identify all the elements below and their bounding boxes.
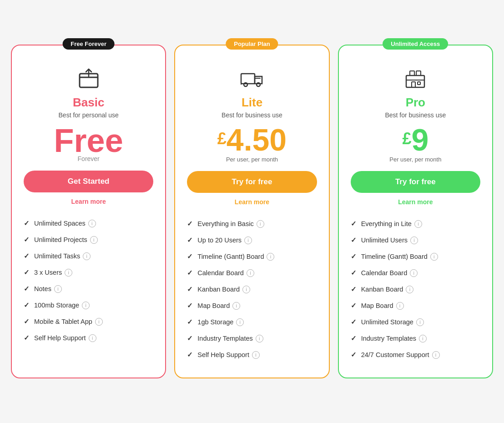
info-icon[interactable]: i [257,220,264,228]
feature-text: Unlimited Spacesi [34,220,153,227]
info-icon[interactable]: i [432,351,440,359]
list-item: ✓Unlimited Projectsi [24,232,153,248]
list-item: ✓1gb Storagei [187,314,317,330]
pro-icon [403,65,428,91]
info-icon[interactable]: i [252,351,260,359]
svg-rect-3 [241,74,255,84]
check-icon: ✓ [187,269,193,277]
list-item: ✓Industry Templatesi [351,330,480,347]
pro-price: £9 [402,124,428,155]
feature-text: Everything in Basici [197,220,317,228]
list-item: ✓Notesi [24,281,153,297]
feature-text: Calendar Boardi [197,269,317,277]
check-icon: ✓ [351,302,357,310]
info-icon[interactable]: i [414,220,422,228]
feature-text: Self Help Supporti [34,334,153,342]
check-icon: ✓ [24,236,30,244]
info-icon[interactable]: i [247,269,254,277]
basic-badge: Free Forever [62,38,115,50]
plan-card-lite: Popular Plan LiteBest for business use£4… [174,45,329,378]
check-icon: ✓ [24,334,30,342]
check-icon: ✓ [187,236,193,244]
lite-features-list: ✓Everything in Basici✓Up to 20 Usersi✓Ti… [187,216,317,363]
info-icon[interactable]: i [410,269,418,277]
list-item: ✓Calendar Boardi [351,265,480,281]
svg-point-4 [244,83,247,86]
list-item: ✓Kanban Boardi [351,281,480,297]
pro-name: Pro [406,96,425,110]
list-item: ✓Unlimited Storagei [351,314,480,330]
basic-learn-more-link[interactable]: Learn more [71,198,106,205]
lite-learn-more-link[interactable]: Learn more [235,198,269,206]
svg-rect-9 [416,71,421,76]
feature-text: Self Help Supporti [197,351,317,359]
list-item: ✓Timeline (Gantt) Boardi [187,248,317,265]
info-icon[interactable]: i [89,334,96,342]
check-icon: ✓ [351,285,357,293]
basic-desc: Best for personal use [59,111,119,119]
feature-text: Industry Templatesi [361,335,480,342]
feature-text: 3 x Usersi [34,269,153,277]
basic-price: Free [54,124,123,157]
list-item: ✓Map Boardi [187,297,317,314]
info-icon[interactable]: i [419,335,427,342]
feature-text: Unlimited Storagei [361,318,480,326]
check-icon: ✓ [24,285,30,293]
feature-text: Up to 20 Usersi [197,237,317,244]
info-icon[interactable]: i [82,302,90,309]
feature-text: Kanban Boardi [197,286,317,293]
list-item: ✓Everything in Basici [187,216,317,232]
info-icon[interactable]: i [244,237,252,244]
lite-icon [239,65,265,91]
check-icon: ✓ [187,334,193,342]
info-icon[interactable]: i [95,318,103,326]
lite-price: £4.50 [217,124,287,155]
info-icon[interactable]: i [256,335,263,342]
info-icon[interactable]: i [242,286,250,293]
svg-rect-12 [418,82,420,85]
feature-text: Timeline (Gantt) Boardi [197,253,317,261]
feature-text: Timeline (Gantt) Boardi [361,253,480,261]
info-icon[interactable]: i [88,220,96,227]
check-icon: ✓ [351,236,357,244]
check-icon: ✓ [351,351,357,359]
pro-features-list: ✓Everything in Litei✓Unlimited Usersi✓Ti… [351,216,480,363]
plan-card-pro: Unlimited Access ProBest for business us… [338,45,493,378]
check-icon: ✓ [351,334,357,342]
list-item: ✓Up to 20 Usersi [187,232,317,248]
feature-text: 24/7 Customer Supporti [361,351,480,359]
feature-text: Notesi [34,285,153,293]
info-icon[interactable]: i [232,302,240,310]
info-icon[interactable]: i [406,286,413,293]
basic-icon [76,65,101,91]
info-icon[interactable]: i [54,285,62,293]
lite-badge: Popular Plan [226,38,278,50]
pro-cta-button[interactable]: Try for free [351,171,480,193]
lite-price-sub: Per user, per month [226,156,278,163]
lite-name: Lite [242,96,262,110]
check-icon: ✓ [187,252,193,261]
info-icon[interactable]: i [236,318,244,326]
pro-learn-more-link[interactable]: Learn more [398,198,433,206]
lite-cta-button[interactable]: Try for free [187,171,317,193]
info-icon[interactable]: i [267,253,274,261]
check-icon: ✓ [351,318,357,326]
info-icon[interactable]: i [416,318,424,326]
svg-rect-11 [412,82,415,87]
info-icon[interactable]: i [83,252,91,260]
list-item: ✓Unlimited Usersi [351,232,480,248]
info-icon[interactable]: i [65,269,72,277]
info-icon[interactable]: i [410,237,418,244]
feature-text: Mobile & Tablet Appi [34,318,153,326]
check-icon: ✓ [187,220,193,228]
info-icon[interactable]: i [430,253,438,261]
check-icon: ✓ [187,302,193,310]
info-icon[interactable]: i [396,302,404,310]
info-icon[interactable]: i [90,236,98,244]
list-item: ✓100mb Storagei [24,297,153,313]
check-icon: ✓ [351,220,357,228]
basic-cta-button[interactable]: Get Started [24,171,153,192]
svg-rect-8 [410,71,414,76]
list-item: ✓Unlimited Spacesi [24,215,153,232]
feature-text: 100mb Storagei [34,302,153,309]
